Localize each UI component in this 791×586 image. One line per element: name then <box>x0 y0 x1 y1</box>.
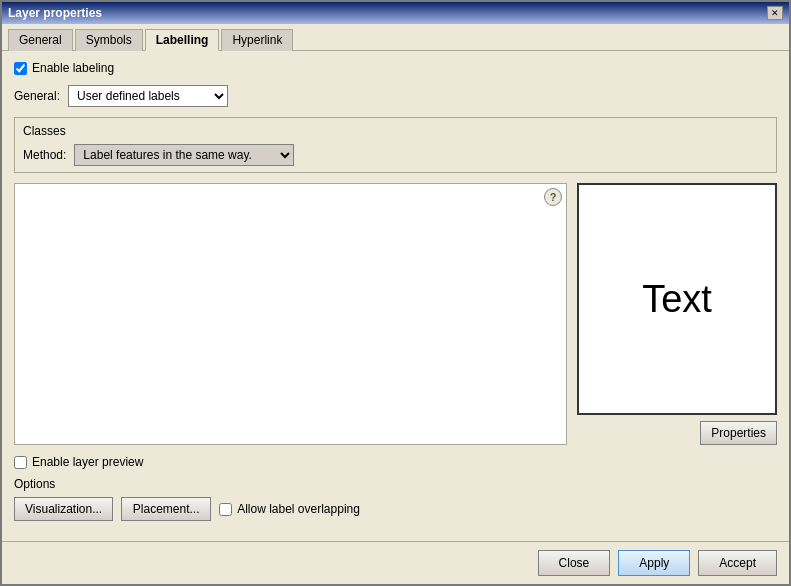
bottom-bar: Close Apply Accept <box>2 541 789 584</box>
enable-preview-checkbox[interactable] <box>14 456 27 469</box>
allow-overlap-checkbox[interactable] <box>219 503 232 516</box>
main-area: ? Text Properties <box>14 183 777 445</box>
options-section: Options Visualization... Placement... Al… <box>14 477 777 521</box>
method-row: Method: Label features in the same way. <box>23 144 768 166</box>
tab-hyperlink[interactable]: Hyperlink <box>221 29 293 51</box>
options-buttons: Visualization... Placement... Allow labe… <box>14 497 777 521</box>
title-bar-controls: ✕ <box>767 6 783 20</box>
close-button[interactable]: Close <box>538 550 611 576</box>
title-bar: Layer properties ✕ <box>2 2 789 24</box>
tab-bar: General Symbols Labelling Hyperlink <box>2 24 789 51</box>
method-label: Method: <box>23 148 66 162</box>
help-icon[interactable]: ? <box>544 188 562 206</box>
method-select[interactable]: Label features in the same way. <box>74 144 294 166</box>
enable-preview-label: Enable layer preview <box>32 455 143 469</box>
options-title: Options <box>14 477 777 491</box>
tab-general[interactable]: General <box>8 29 73 51</box>
enable-labeling-label: Enable labeling <box>32 61 114 75</box>
preview-box: Text <box>577 183 777 415</box>
allow-overlap-label: Allow label overlapping <box>237 502 360 516</box>
apply-button[interactable]: Apply <box>618 550 690 576</box>
left-panel: ? <box>14 183 567 445</box>
enable-labeling-row: Enable labeling <box>14 61 777 75</box>
window-title: Layer properties <box>8 6 102 20</box>
tab-symbols[interactable]: Symbols <box>75 29 143 51</box>
general-select[interactable]: User defined labels <box>68 85 228 107</box>
classes-title: Classes <box>23 124 768 138</box>
classes-box: Classes Method: Label features in the sa… <box>14 117 777 173</box>
close-button[interactable]: ✕ <box>767 6 783 20</box>
layer-properties-window: Layer properties ✕ General Symbols Label… <box>0 0 791 586</box>
enable-preview-row: Enable layer preview <box>14 455 777 469</box>
general-label: General: <box>14 89 60 103</box>
accept-button[interactable]: Accept <box>698 550 777 576</box>
overlap-row: Allow label overlapping <box>219 502 360 516</box>
tab-labelling[interactable]: Labelling <box>145 29 220 51</box>
general-row: General: User defined labels <box>14 85 777 107</box>
preview-text: Text <box>642 278 712 321</box>
properties-button[interactable]: Properties <box>700 421 777 445</box>
enable-labeling-checkbox[interactable] <box>14 62 27 75</box>
placement-button[interactable]: Placement... <box>121 497 211 521</box>
tab-content: Enable labeling General: User defined la… <box>2 51 789 541</box>
right-panel: Text Properties <box>577 183 777 445</box>
visualization-button[interactable]: Visualization... <box>14 497 113 521</box>
